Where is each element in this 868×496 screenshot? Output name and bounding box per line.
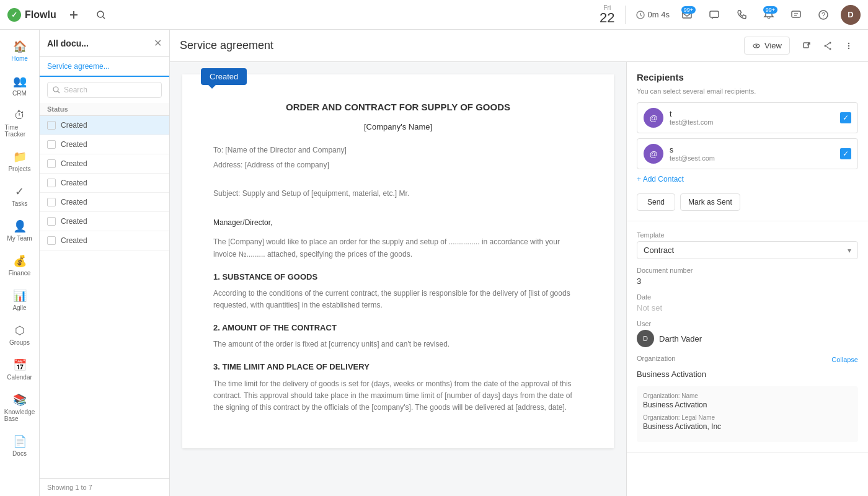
right-panel: Recipients You can select several email …: [626, 62, 868, 496]
list-item[interactable]: Created: [40, 116, 169, 135]
section3-body: The time limit for the delivery of goods…: [213, 378, 583, 414]
notif-badge: 99+: [763, 6, 777, 14]
collapse-link[interactable]: Collapse: [831, 356, 858, 363]
list-item[interactable]: Created: [40, 154, 169, 174]
svg-point-17: [756, 45, 758, 46]
mark-sent-button[interactable]: Mark as Sent: [680, 193, 740, 211]
item-checkbox[interactable]: [47, 236, 56, 245]
sidebar-item-finance[interactable]: 💰 Finance: [2, 249, 37, 281]
sidebar-item-home[interactable]: 🏠 Home: [2, 35, 37, 67]
list-item[interactable]: Created: [40, 212, 169, 231]
item-checkbox[interactable]: [47, 179, 56, 187]
groups-icon: ⬡: [15, 324, 25, 337]
item-checkbox[interactable]: [47, 140, 56, 149]
sidebar-item-crm[interactable]: 👥 CRM: [2, 69, 37, 102]
more-options-icon[interactable]: [839, 37, 858, 55]
logo[interactable]: ✓ Flowlu: [7, 8, 56, 22]
org-field-name-label: Organization: Name: [643, 392, 852, 399]
item-checkbox[interactable]: [47, 217, 56, 226]
view-button-label: View: [764, 41, 782, 50]
recipient-email-1: test@test.com: [670, 118, 834, 126]
recipient-email-2: test@sest.com: [670, 154, 834, 162]
section3-title: 3. TIME LIMIT AND PLACE OF DELIVERY: [213, 360, 583, 374]
sidebar-item-team[interactable]: 👤 My Team: [2, 215, 37, 247]
user-avatar-icon: D: [637, 330, 654, 347]
message-icon[interactable]: [786, 5, 806, 25]
search-placeholder: Search: [64, 86, 87, 94]
list-item[interactable]: Created: [40, 174, 169, 193]
inbox-badge: 99+: [681, 6, 696, 14]
item-checkbox[interactable]: [47, 159, 56, 168]
list-item[interactable]: Created: [40, 135, 169, 154]
svg-point-24: [848, 42, 849, 43]
sidebar-item-label: Calendar: [7, 374, 32, 381]
main-body: Created ORDER AND CONTRACT FOR SUPPLY OF…: [170, 62, 868, 496]
org-label: Organization: [637, 355, 675, 362]
recipient-avatar-2: @: [644, 144, 663, 164]
template-dropdown[interactable]: Contract ▾: [637, 241, 858, 259]
sidebar-item-label: Knowledge Base: [4, 409, 35, 422]
item-checkbox[interactable]: [47, 121, 56, 130]
sidebar-item-label: Agile: [12, 304, 26, 311]
section1-title: 1. SUBSTANCE OF GOODS: [213, 270, 583, 284]
item-status: Created: [61, 121, 87, 130]
doc-list-items: Created Created Created Created Created …: [40, 116, 169, 478]
document-area: Created ORDER AND CONTRACT FOR SUPPLY OF…: [170, 62, 626, 496]
user-avatar[interactable]: D: [841, 5, 861, 25]
chat-icon[interactable]: [704, 5, 724, 25]
recipient-checkbox-2[interactable]: ✓: [840, 148, 851, 159]
sidebar-item-label: CRM: [12, 90, 27, 97]
sidebar-item-tasks[interactable]: ✓ Tasks: [2, 180, 37, 212]
knowledge-base-icon: 📚: [13, 393, 27, 407]
svg-point-14: [53, 87, 58, 92]
date-value: Not set: [637, 303, 858, 312]
doc-list-tab[interactable]: Service agreeme...: [40, 57, 169, 77]
document-content: ORDER AND CONTRACT FOR SUPPLY OF GOODS […: [213, 99, 583, 414]
doc-subject: Subject: Supply and Setup of [equipment,…: [213, 187, 583, 200]
section1-body: According to the conditions of the curre…: [213, 288, 583, 311]
sidebar-item-label: Docs: [12, 450, 27, 457]
logo-icon: ✓: [7, 8, 21, 22]
recipient-checkbox-1[interactable]: ✓: [840, 112, 851, 123]
document-title: Service agreement: [180, 39, 737, 52]
team-icon: 👤: [13, 219, 27, 233]
list-item[interactable]: Created: [40, 231, 169, 250]
add-button[interactable]: [64, 5, 84, 25]
view-button[interactable]: View: [744, 37, 790, 55]
send-button[interactable]: Send: [637, 193, 675, 211]
search-box[interactable]: Search: [47, 82, 162, 98]
logo-text: Flowlu: [25, 9, 56, 20]
doc-title: ORDER AND CONTRACT FOR SUPPLY OF GOODS: [213, 99, 583, 115]
search-button[interactable]: [91, 5, 111, 25]
org-name: Business Activation: [637, 370, 858, 379]
sidebar-item-projects[interactable]: 📁 Projects: [2, 145, 37, 177]
crm-icon: 👥: [13, 74, 27, 88]
add-contact-link[interactable]: + Add Contact: [637, 175, 684, 184]
sidebar-item-calendar[interactable]: 📅 Calendar: [2, 353, 37, 386]
recipients-title: Recipients: [637, 72, 858, 82]
list-item[interactable]: Created: [40, 193, 169, 212]
notifications-icon[interactable]: 99+: [759, 5, 779, 25]
doc-number-value: 3: [637, 277, 858, 286]
status-column-header: Status: [47, 105, 68, 113]
help-icon[interactable]: ?: [813, 5, 833, 25]
chevron-down-icon: ▾: [848, 246, 851, 255]
docs-icon: 📄: [13, 435, 27, 448]
inbox-icon[interactable]: 99+: [677, 5, 697, 25]
phone-icon[interactable]: [732, 5, 751, 25]
document-paper: Created ORDER AND CONTRACT FOR SUPPLY OF…: [182, 74, 614, 448]
svg-line-23: [826, 46, 830, 48]
doc-intro: The [Company] would like to place an ord…: [213, 236, 583, 260]
sidebar-item-docs[interactable]: 📄 Docs: [2, 430, 37, 462]
sidebar-item-groups[interactable]: ⬡ Groups: [2, 319, 37, 351]
sidebar-item-agile[interactable]: 📊 Agile: [2, 284, 37, 316]
recipient-name-1: t: [670, 110, 834, 118]
org-field-legal-label: Organization: Legal Name: [643, 414, 852, 421]
sidebar-item-time-tracker[interactable]: ⏱ Time Tracker: [2, 104, 37, 143]
sidebar-item-knowledge-base[interactable]: 📚 Knowledge Base: [2, 388, 37, 427]
share-icon[interactable]: [818, 37, 837, 55]
item-checkbox[interactable]: [47, 198, 56, 206]
external-link-icon[interactable]: [797, 37, 816, 55]
item-status: Created: [61, 236, 87, 245]
close-icon[interactable]: ✕: [154, 37, 162, 49]
